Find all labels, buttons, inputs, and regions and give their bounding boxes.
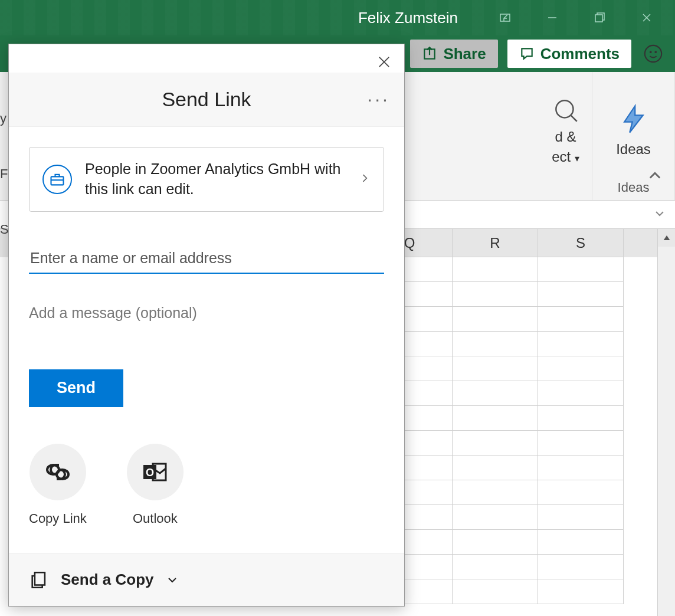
grid-cell[interactable] [538, 356, 624, 381]
grid-cell[interactable] [538, 505, 624, 530]
grid-cell[interactable] [453, 257, 538, 282]
share-button[interactable]: Share [410, 40, 497, 68]
edge-label: Fo [0, 166, 8, 182]
share-icon [422, 46, 437, 61]
svg-rect-20 [35, 572, 45, 585]
svg-text:O: O [146, 467, 154, 479]
copy-icon [29, 570, 49, 590]
grid-cell[interactable] [538, 431, 624, 456]
permission-text: People in Zoomer Analytics GmbH with thi… [85, 159, 346, 199]
grid-cell[interactable] [453, 530, 538, 555]
grid-cell[interactable] [538, 381, 624, 406]
ideas-button[interactable]: Ideas [616, 103, 651, 158]
grid-cell[interactable] [453, 579, 538, 604]
grid-cell[interactable] [453, 505, 538, 530]
chevron-right-icon [359, 172, 371, 186]
grid-cell[interactable] [453, 406, 538, 431]
copy-link-option[interactable]: Copy Link [29, 444, 87, 526]
grid-cell[interactable] [453, 456, 538, 480]
grid-cell[interactable] [453, 555, 538, 579]
dialog-more-icon[interactable]: ··· [367, 89, 390, 110]
scroll-up-icon[interactable] [658, 229, 675, 247]
grid-cell[interactable] [538, 307, 624, 332]
magnifier-icon[interactable] [551, 96, 581, 125]
dialog-close-icon[interactable] [376, 54, 392, 73]
lightning-icon [618, 103, 650, 135]
ribbon-group-find-select: d & ect ▾ [539, 72, 592, 200]
ribbon-display-icon[interactable] [481, 0, 529, 35]
window-controls [481, 0, 670, 35]
grid-cell[interactable] [538, 332, 624, 356]
maximize-icon[interactable] [576, 0, 623, 35]
recipient-input[interactable] [29, 244, 384, 274]
grid-cell[interactable] [453, 282, 538, 307]
find-select-label-2: ect ▾ [552, 149, 579, 165]
feedback-smiley-icon[interactable] [641, 41, 666, 66]
outlook-label: Outlook [133, 511, 178, 526]
svg-point-6 [645, 45, 661, 62]
left-edge-clipped: y Fo St [0, 111, 8, 237]
column-header[interactable]: S [538, 229, 624, 257]
comments-button[interactable]: Comments [507, 40, 631, 68]
column-header[interactable]: R [453, 229, 538, 257]
edge-label: y [0, 111, 8, 126]
grid-cell[interactable] [453, 381, 538, 406]
ribbon-group-label-ideas: Ideas [618, 180, 650, 195]
grid-cell[interactable] [453, 332, 538, 356]
send-copy-label: Send a Copy [61, 571, 153, 589]
titlebar: Felix Zumstein [0, 0, 675, 35]
svg-rect-13 [51, 176, 64, 185]
grid-cell[interactable] [453, 356, 538, 381]
vertical-scrollbar[interactable] [657, 229, 675, 616]
comments-label: Comments [540, 45, 620, 63]
briefcase-icon [42, 165, 72, 194]
comment-icon [519, 46, 535, 61]
grid-cell[interactable] [538, 406, 624, 431]
ribbon-collapse-icon[interactable] [647, 168, 663, 188]
grid-cell[interactable] [453, 307, 538, 332]
dialog-title: Send Link [162, 88, 251, 111]
close-icon[interactable] [623, 0, 670, 35]
grid-cell[interactable] [538, 257, 624, 282]
outlook-icon: O [141, 458, 169, 486]
svg-point-7 [650, 51, 651, 53]
grid-cell[interactable] [453, 480, 538, 505]
user-name[interactable]: Felix Zumstein [358, 9, 458, 27]
send-link-dialog: Send Link ··· People in Zoomer Analytics… [8, 44, 405, 607]
link-permission-selector[interactable]: People in Zoomer Analytics GmbH with thi… [29, 147, 384, 212]
copy-link-label: Copy Link [29, 511, 87, 526]
formula-expand-icon[interactable] [653, 207, 667, 223]
send-button[interactable]: Send [29, 369, 123, 407]
grid-cell[interactable] [538, 480, 624, 505]
chevron-down-icon [165, 573, 179, 587]
svg-point-8 [655, 51, 656, 53]
ribbon-group-label-empty [563, 180, 567, 195]
svg-rect-2 [595, 15, 602, 22]
grid-cell[interactable] [538, 456, 624, 480]
send-copy-footer[interactable]: Send a Copy [9, 553, 404, 606]
message-input[interactable] [29, 304, 384, 327]
svg-line-10 [571, 115, 576, 121]
svg-point-9 [556, 100, 573, 117]
link-icon [44, 458, 72, 486]
ideas-item-label: Ideas [616, 141, 651, 158]
grid-cell[interactable] [538, 530, 624, 555]
outlook-option[interactable]: O Outlook [127, 444, 184, 526]
share-label: Share [443, 45, 486, 63]
grid-cell[interactable] [453, 431, 538, 456]
find-select-label-1: d & [555, 129, 576, 145]
dialog-header: Send Link ··· [9, 73, 404, 127]
grid-cell[interactable] [538, 579, 624, 604]
grid-cell[interactable] [538, 282, 624, 307]
minimize-icon[interactable] [529, 0, 576, 35]
edge-label: St [0, 222, 8, 237]
grid-cell[interactable] [538, 555, 624, 579]
